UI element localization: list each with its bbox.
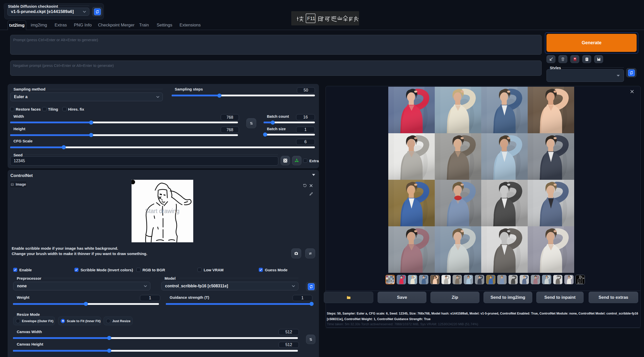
svg-text:F11: F11 xyxy=(307,16,315,21)
svg-text:Start drawing: Start drawing xyxy=(145,208,180,214)
